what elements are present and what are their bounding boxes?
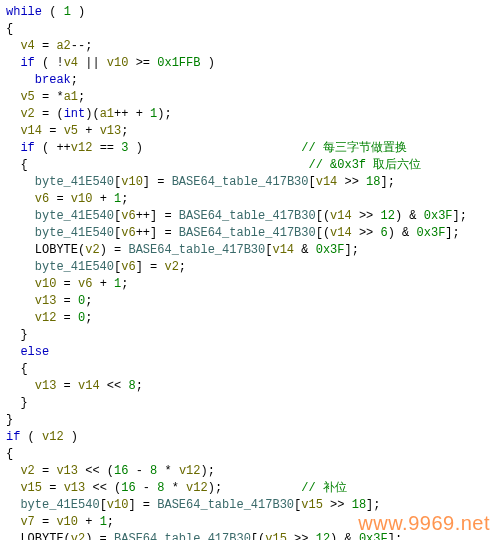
code-line: break; — [6, 72, 494, 89]
code-line: { — [6, 446, 494, 463]
code-line: v10 = v6 + 1; — [6, 276, 494, 293]
code-line: if ( v12 ) — [6, 429, 494, 446]
code-line: { // &0x3f 取后六位 — [6, 157, 494, 174]
code-line: { — [6, 361, 494, 378]
code-line: v14 = v5 + v13; — [6, 123, 494, 140]
code-line: { — [6, 21, 494, 38]
code-line: } — [6, 412, 494, 429]
code-line: if ( ++v12 == 3 ) // 每三字节做置换 — [6, 140, 494, 157]
code-line: } — [6, 327, 494, 344]
code-line: v6 = v10 + 1; — [6, 191, 494, 208]
code-line: v13 = v14 << 8; — [6, 378, 494, 395]
code-line: byte_41E540[v6++] = BASE64_table_417B30[… — [6, 208, 494, 225]
code-line: v12 = 0; — [6, 310, 494, 327]
code-block: while ( 1 ){ v4 = a2--; if ( !v4 || v10 … — [0, 0, 500, 540]
code-line: v4 = a2--; — [6, 38, 494, 55]
code-line: } — [6, 395, 494, 412]
code-line: byte_41E540[v10] = BASE64_table_417B30[v… — [6, 174, 494, 191]
code-line: byte_41E540[v6] = v2; — [6, 259, 494, 276]
code-line: v15 = v13 << (16 - 8 * v12); // 补位 — [6, 480, 494, 497]
code-line: byte_41E540[v6++] = BASE64_table_417B30[… — [6, 225, 494, 242]
code-line: v2 = v13 << (16 - 8 * v12); — [6, 463, 494, 480]
code-line: while ( 1 ) — [6, 4, 494, 21]
code-line: v5 = *a1; — [6, 89, 494, 106]
code-line: v13 = 0; — [6, 293, 494, 310]
watermark: www.9969.net — [358, 515, 490, 532]
code-line: if ( !v4 || v10 >= 0x1FFB ) — [6, 55, 494, 72]
code-line: v2 = (int)(a1++ + 1); — [6, 106, 494, 123]
code-line: else — [6, 344, 494, 361]
code-line: LOBYTE(v2) = BASE64_table_417B30[v14 & 0… — [6, 242, 494, 259]
